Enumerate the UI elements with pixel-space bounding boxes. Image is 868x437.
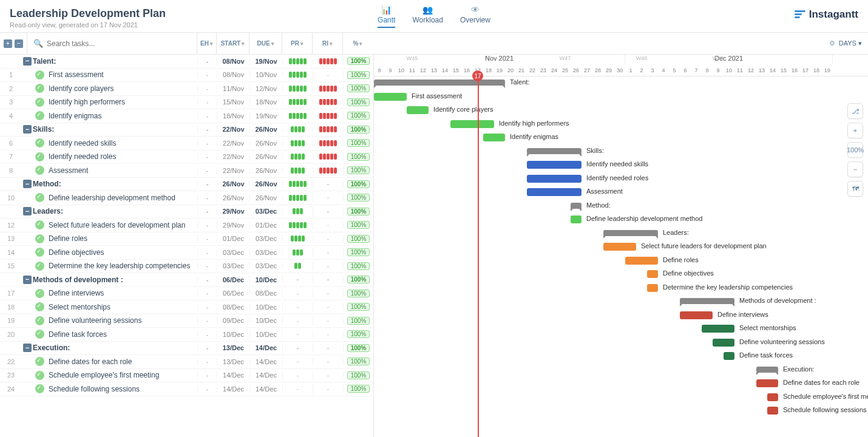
column-header-eh[interactable]: EH▾ (197, 33, 216, 54)
task-row[interactable]: 19 Define volunteering sessions - 09/Dec… (0, 314, 373, 328)
task-bar[interactable] (767, 393, 778, 401)
collapse-icon[interactable]: − (23, 125, 32, 134)
task-bar[interactable] (483, 134, 505, 141)
task-bar[interactable] (680, 311, 713, 319)
collapse-all-button[interactable]: − (15, 39, 23, 48)
group-row[interactable]: − Skills: - 22/Nov 26/Nov 100% (0, 123, 373, 137)
group-bar[interactable] (756, 367, 778, 373)
group-bar[interactable] (680, 298, 734, 304)
column-header-pr[interactable]: PR▾ (282, 33, 312, 54)
collapse-icon[interactable]: − (23, 344, 32, 352)
task-row[interactable]: 24 Schedule following sessions - 14/Dec … (0, 382, 373, 396)
group-row[interactable]: − Leaders: - 29/Nov 03/Dec - 100% (0, 205, 373, 219)
task-row[interactable]: 13 Define roles - 01/Dec 03/Dec - 100% (0, 232, 373, 246)
check-icon[interactable] (35, 84, 44, 93)
collapse-icon[interactable]: − (23, 276, 32, 284)
check-icon[interactable] (35, 111, 44, 120)
group-bar[interactable] (374, 80, 505, 86)
task-row[interactable]: 3 Identify high performers - 15/Nov 18/N… (0, 96, 373, 110)
task-bar[interactable] (713, 339, 734, 347)
task-bar[interactable] (702, 325, 734, 333)
group-row[interactable]: − Method: - 26/Nov 26/Nov - 100% (0, 178, 373, 192)
group-bar[interactable] (603, 230, 658, 236)
task-row[interactable]: 22 Define dates for each role - 13/Dec 1… (0, 355, 373, 369)
cell-eh: - (197, 371, 217, 379)
task-bar[interactable] (756, 379, 778, 387)
group-row[interactable]: − Execution: - 13/Dec 14/Dec - - 100% (0, 342, 373, 356)
check-icon[interactable] (35, 371, 44, 380)
check-icon[interactable] (35, 234, 44, 243)
tab-workload[interactable]: 👥Workload (412, 5, 442, 28)
check-icon[interactable] (35, 330, 44, 339)
task-bar[interactable] (450, 120, 494, 128)
minimap-button[interactable]: 🗺 (847, 181, 863, 197)
column-header-pct[interactable]: %▾ (342, 33, 373, 54)
group-bar[interactable] (571, 203, 581, 209)
task-row[interactable]: 12 Select future leaders for development… (0, 218, 373, 232)
collapse-icon[interactable]: − (23, 180, 32, 188)
task-row[interactable]: 17 Define interviews - 06/Dec 08/Dec - -… (0, 287, 373, 301)
column-header-ri[interactable]: RI▾ (312, 33, 342, 54)
task-bar[interactable] (647, 284, 658, 292)
check-icon[interactable] (35, 70, 44, 80)
task-row[interactable]: 1 First assessment - 08/Nov 10/Nov - 100… (0, 69, 373, 83)
task-row[interactable]: 4 Identify enigmas - 18/Nov 19/Nov 100% (0, 109, 373, 123)
group-row[interactable]: − Methods of development : - 06/Dec 10/D… (0, 273, 373, 287)
task-row[interactable]: 8 Assessment - 22/Nov 26/Nov 100% (0, 164, 373, 178)
zoom-mode-button[interactable]: DAYS ▾ (839, 39, 862, 47)
collapse-icon[interactable]: − (23, 207, 32, 215)
task-row[interactable]: 6 Identify needed skills - 22/Nov 26/Nov… (0, 137, 373, 151)
search-box[interactable]: 🔍 (27, 33, 197, 54)
task-row[interactable]: 20 Define task forces - 10/Dec 10/Dec - … (0, 328, 373, 342)
cell-due: 19/Nov (249, 112, 282, 120)
check-icon[interactable] (35, 166, 44, 175)
task-bar[interactable] (527, 188, 581, 196)
cell-eh: - (197, 249, 217, 256)
zoom-out-button[interactable]: − (847, 161, 863, 177)
tab-overview[interactable]: 👁Overview (460, 5, 490, 28)
task-bar[interactable] (374, 93, 407, 101)
check-icon[interactable] (35, 152, 44, 161)
check-icon[interactable] (35, 316, 44, 325)
check-icon[interactable] (35, 220, 44, 229)
column-header-due[interactable]: DUE▾ (249, 33, 282, 54)
task-row[interactable]: 2 Identify core players - 11/Nov 12/Nov … (0, 82, 373, 96)
task-bar[interactable] (407, 106, 429, 114)
collapse-icon[interactable]: − (23, 57, 32, 66)
gear-icon[interactable]: ⚙ (829, 39, 835, 47)
check-icon[interactable] (35, 384, 44, 393)
task-bar[interactable] (571, 215, 581, 223)
check-icon[interactable] (35, 248, 44, 257)
check-icon[interactable] (35, 289, 44, 298)
search-input[interactable] (47, 39, 191, 48)
task-bar[interactable] (527, 161, 581, 169)
check-icon[interactable] (35, 357, 44, 366)
task-row[interactable]: 18 Select mentorships - 08/Dec 10/Dec - … (0, 300, 373, 314)
gantt-row: Leaders: (374, 227, 868, 241)
group-row[interactable]: − Talent: - 08/Nov 19/Nov 100% (0, 55, 373, 69)
task-bar[interactable] (527, 175, 581, 183)
task-bar[interactable] (767, 407, 778, 415)
zoom-in-button[interactable]: + (847, 123, 863, 138)
task-bar[interactable] (625, 257, 658, 265)
group-bar[interactable] (527, 148, 581, 154)
check-icon[interactable] (35, 302, 44, 311)
expand-all-button[interactable]: + (4, 39, 12, 48)
zoom-reset-button[interactable]: 100% (847, 142, 863, 158)
task-row[interactable]: 14 Define objectives - 03/Dec 03/Dec - 1… (0, 246, 373, 260)
check-icon[interactable] (35, 98, 44, 107)
task-row[interactable]: 7 Identify needed roles - 22/Nov 26/Nov … (0, 151, 373, 164)
tab-gantt[interactable]: 📊Gantt (378, 5, 395, 28)
task-row[interactable]: 23 Schedule employee's first meeting - 1… (0, 369, 373, 383)
check-icon[interactable] (35, 193, 44, 202)
task-bar[interactable] (647, 270, 658, 278)
task-bar[interactable] (603, 243, 636, 251)
branch-button[interactable]: ⎇ (847, 103, 863, 119)
check-icon[interactable] (35, 262, 44, 271)
cell-start: 29/Nov (217, 222, 249, 229)
task-bar[interactable] (724, 352, 734, 360)
check-icon[interactable] (35, 138, 44, 147)
task-row[interactable]: 10 Define leadership development method … (0, 191, 373, 205)
column-header-start[interactable]: START▾ (216, 33, 249, 54)
task-row[interactable]: 15 Determine the key leadership competen… (0, 260, 373, 274)
